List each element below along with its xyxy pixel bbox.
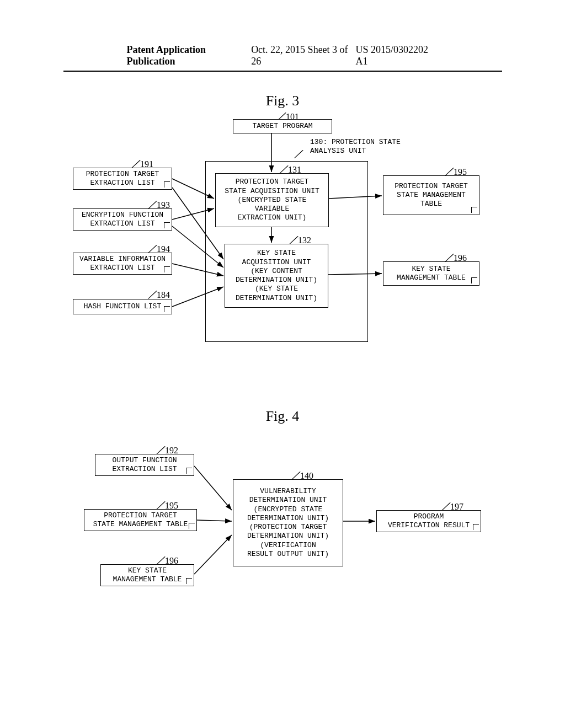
target-program-box: TARGET PROGRAM	[233, 119, 332, 133]
protection-target-state-mgmt-table-label: PROTECTION TARGET STATE MANAGEMENT TABLE	[93, 511, 188, 529]
unit-132-box: KEY STATE ACQUISITION UNIT (KEY CONTENT …	[225, 244, 328, 308]
hash-function-list-box: HASH FUNCTION LIST	[73, 299, 172, 314]
unit-131-box: PROTECTION TARGET STATE ACQUISITION UNIT…	[215, 173, 329, 227]
svg-line-12	[194, 535, 232, 574]
table-195-label: PROTECTION TARGET STATE MANAGEMENT TABLE	[395, 182, 468, 209]
svg-line-10	[194, 466, 232, 510]
unit-131-label: PROTECTION TARGET STATE ACQUISITION UNIT…	[225, 178, 319, 222]
unit-132-label: KEY STATE ACQUISITION UNIT (KEY CONTENT …	[236, 249, 317, 303]
output-function-extraction-list-label: OUTPUT FUNCTION EXTRACTION LIST	[112, 456, 177, 474]
output-function-extraction-list-box: OUTPUT FUNCTION EXTRACTION LIST	[95, 454, 194, 476]
figure-4-diagram: ╱192 ╱195 ╱196 ╱140 ╱197 OUTPUT FUNCTION…	[67, 444, 498, 626]
svg-line-11	[197, 520, 232, 521]
encryption-function-extraction-list-label: ENCRYPTION FUNCTION EXTRACTION LIST	[82, 211, 163, 229]
encryption-function-extraction-list-box: ENCRYPTION FUNCTION EXTRACTION LIST	[73, 208, 172, 231]
table-196-box: KEY STATE MANAGEMENT TABLE	[383, 261, 479, 286]
table-195-box: PROTECTION TARGET STATE MANAGEMENT TABLE	[383, 175, 479, 215]
variable-information-extraction-list-label: VARIABLE INFORMATION EXTRACTION LIST	[79, 255, 166, 273]
program-verification-result-box: PROGRAM VERIFICATION RESULT	[376, 510, 481, 532]
protection-target-extraction-list-label: PROTECTION TARGET EXTRACTION LIST	[86, 170, 159, 188]
figure-3-diagram: 130: PROTECTION STATE ANALYSIS UNIT ╱101…	[67, 116, 498, 347]
figure-4-title: Fig. 4	[266, 408, 300, 425]
unit-140-label: VULNERABILITY DETERMINATION UNIT (ENCRYP…	[247, 487, 329, 559]
program-verification-result-label: PROGRAM VERIFICATION RESULT	[388, 512, 470, 531]
protection-target-state-mgmt-table-box: PROTECTION TARGET STATE MANAGEMENT TABLE	[84, 509, 197, 531]
figure-3-title: Fig. 3	[266, 93, 300, 109]
header-left: Patent Application Publication	[127, 44, 252, 67]
key-state-mgmt-table-box: KEY STATE MANAGEMENT TABLE	[100, 564, 194, 586]
page-header: Patent Application Publication Oct. 22, …	[63, 44, 502, 72]
unit-140-box: VULNERABILITY DETERMINATION UNIT (ENCRYP…	[233, 479, 343, 566]
table-196-label: KEY STATE MANAGEMENT TABLE	[397, 265, 466, 283]
header-right: US 2015/0302202 A1	[355, 44, 438, 67]
variable-information-extraction-list-box: VARIABLE INFORMATION EXTRACTION LIST	[73, 253, 172, 275]
ref-130-tick: ╱	[296, 149, 303, 159]
unit-130-label: 130: PROTECTION STATE ANALYSIS UNIT	[310, 138, 437, 156]
key-state-mgmt-table-label: KEY STATE MANAGEMENT TABLE	[113, 566, 182, 585]
target-program-label: TARGET PROGRAM	[252, 122, 312, 131]
protection-target-extraction-list-box: PROTECTION TARGET EXTRACTION LIST	[73, 168, 172, 190]
header-center: Oct. 22, 2015 Sheet 3 of 26	[251, 44, 355, 67]
hash-function-list-label: HASH FUNCTION LIST	[84, 302, 161, 311]
